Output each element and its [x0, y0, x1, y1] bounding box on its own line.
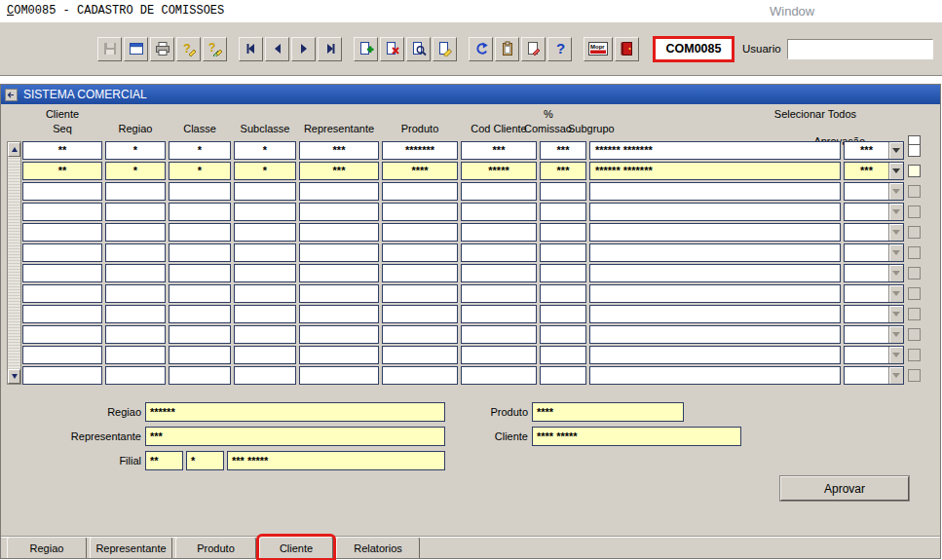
grid-cell-subclasse[interactable]: [234, 243, 296, 262]
grid-cell-cod_cliente[interactable]: [461, 305, 537, 323]
grid-cell-produto[interactable]: [382, 325, 458, 344]
grid-cell-subclasse[interactable]: [234, 284, 296, 303]
usuario-input[interactable]: [787, 39, 933, 59]
delete-record-button[interactable]: [380, 37, 404, 61]
grid-cell-subclasse[interactable]: [234, 366, 296, 385]
grid-cell-subgrupo[interactable]: [589, 305, 841, 323]
help-button[interactable]: ?: [547, 37, 572, 61]
grid-cell-regiao[interactable]: [105, 223, 166, 242]
tab-relatorios[interactable]: Relatorios: [336, 537, 420, 558]
grid-cell-comissao[interactable]: [540, 264, 586, 282]
grid-cell-subclasse[interactable]: [234, 325, 296, 344]
grid-cell-regiao[interactable]: *: [105, 162, 166, 180]
grid-cell-classe[interactable]: [169, 243, 231, 262]
grid-cell-subgrupo[interactable]: [589, 243, 841, 262]
grid-cell-representante[interactable]: [299, 284, 379, 303]
grid-cell-representante[interactable]: ***: [299, 162, 379, 180]
grid-cell-representante[interactable]: [299, 243, 379, 262]
grid-cell-regiao[interactable]: [105, 346, 166, 364]
execute-query-button[interactable]: [433, 37, 457, 61]
cliente-field[interactable]: **** *****: [532, 427, 741, 446]
grid-cell-subgrupo[interactable]: [589, 182, 841, 201]
save-button[interactable]: [97, 37, 122, 61]
tab-cliente[interactable]: Cliente: [259, 537, 333, 558]
grid-cell-produto[interactable]: [382, 182, 458, 201]
edit-record-button[interactable]: [521, 37, 546, 61]
grid-cell-classe[interactable]: *: [169, 141, 231, 160]
grid-cell-classe[interactable]: [169, 203, 231, 221]
grid-cell-produto[interactable]: *******: [382, 141, 458, 160]
grid-cell-subclasse[interactable]: [234, 346, 296, 364]
grid-cell-comissao[interactable]: [540, 243, 586, 262]
grid-cell-seq[interactable]: [22, 346, 102, 364]
grid-cell-subgrupo[interactable]: [589, 203, 841, 221]
grid-cell-regiao[interactable]: [105, 203, 166, 221]
grid-cell-comissao[interactable]: ***: [540, 162, 586, 180]
grid-cell-subgrupo[interactable]: [589, 366, 841, 385]
grid-cell-regiao[interactable]: [105, 305, 166, 323]
grid-cell-cod_cliente[interactable]: [461, 325, 537, 344]
grid-cell-representante[interactable]: [299, 182, 379, 201]
grid-cell-cod_cliente[interactable]: [461, 203, 537, 221]
grid-cell-seq[interactable]: [22, 284, 102, 303]
grid-cell-produto[interactable]: [382, 305, 458, 323]
grid-scrollbar[interactable]: [7, 141, 21, 385]
grid-cell-regiao[interactable]: [105, 264, 166, 282]
grid-cell-seq[interactable]: [22, 366, 102, 385]
grid-cell-cod_cliente[interactable]: [461, 284, 537, 303]
grid-cell-classe[interactable]: *: [169, 162, 231, 180]
grid-cell-classe[interactable]: [169, 346, 231, 364]
next-record-button[interactable]: [291, 37, 316, 61]
grid-cell-produto[interactable]: [382, 203, 458, 221]
grid-cell-comissao[interactable]: [540, 182, 586, 201]
scroll-down-button[interactable]: [8, 369, 20, 384]
exit-button[interactable]: [615, 37, 639, 61]
grid-cell-classe[interactable]: [169, 223, 231, 242]
restore-window-button[interactable]: [124, 37, 148, 61]
grid-cell-subgrupo[interactable]: [589, 325, 841, 344]
undo-button[interactable]: [469, 37, 493, 61]
print-button[interactable]: [150, 37, 174, 61]
grid-cell-representante[interactable]: [299, 325, 379, 344]
grid-cell-subclasse[interactable]: [234, 264, 296, 282]
grid-cell-produto[interactable]: [382, 346, 458, 364]
grid-cell-cod_cliente[interactable]: [461, 243, 537, 262]
scroll-up-button[interactable]: [8, 142, 20, 157]
grid-cell-comissao[interactable]: [540, 325, 586, 344]
grid-cell-seq[interactable]: [22, 223, 102, 242]
grid-cell-regiao[interactable]: [105, 182, 166, 201]
field-help-button[interactable]: ?: [176, 37, 201, 61]
grid-cell-produto[interactable]: [382, 366, 458, 385]
grid-cell-produto[interactable]: [382, 284, 458, 303]
grid-cell-aprovacao-dropdown[interactable]: ***: [844, 141, 904, 160]
grid-cell-representante[interactable]: [299, 223, 379, 242]
grid-cell-subclasse[interactable]: [234, 203, 296, 221]
grid-cell-seq[interactable]: [22, 243, 102, 262]
filial-field-1[interactable]: **: [145, 451, 183, 470]
insert-record-button[interactable]: [354, 37, 378, 61]
grid-cell-regiao[interactable]: [105, 366, 166, 385]
grid-cell-representante[interactable]: [299, 203, 379, 221]
grid-cell-comissao[interactable]: [540, 203, 586, 221]
grid-cell-seq[interactable]: **: [22, 162, 102, 180]
grid-cell-subgrupo[interactable]: [589, 346, 841, 364]
edit-help-button[interactable]: ?: [203, 37, 227, 61]
grid-cell-comissao[interactable]: [540, 346, 586, 364]
paste-button[interactable]: [495, 37, 519, 61]
grid-cell-classe[interactable]: [169, 182, 231, 201]
grid-cell-classe[interactable]: [169, 305, 231, 323]
grid-cell-subclasse[interactable]: *: [234, 141, 296, 160]
tab-regiao[interactable]: Regiao: [7, 537, 87, 558]
grid-cell-cod_cliente[interactable]: ***: [461, 141, 537, 160]
grid-cell-cod_cliente[interactable]: [461, 182, 537, 201]
grid-cell-subgrupo[interactable]: [589, 284, 841, 303]
grid-cell-seq[interactable]: [22, 182, 102, 201]
window-menu[interactable]: Window: [770, 4, 814, 19]
grid-cell-seq[interactable]: [22, 325, 102, 344]
grid-cell-cod_cliente[interactable]: [461, 366, 537, 385]
aprovar-button[interactable]: Aprovar: [780, 476, 909, 501]
grid-cell-produto[interactable]: [382, 223, 458, 242]
previous-record-button[interactable]: [265, 37, 289, 61]
grid-cell-regiao[interactable]: [105, 243, 166, 262]
grid-cell-subgrupo[interactable]: [589, 264, 841, 282]
